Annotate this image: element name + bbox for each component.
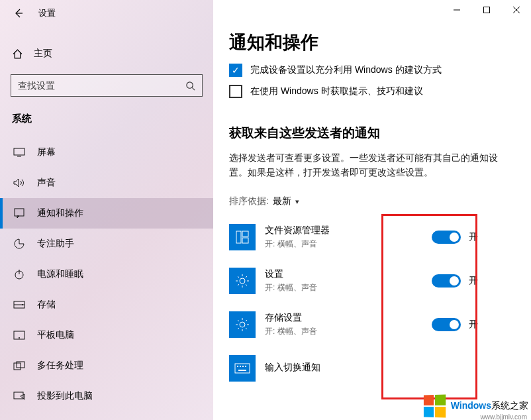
sidebar: 设置 主页 系统 屏幕 声音 通知和操作 专注助手: [0, 0, 213, 420]
svg-rect-13: [14, 363, 21, 370]
sender-sub: 开: 横幅、声音: [265, 282, 432, 293]
search-box[interactable]: [11, 74, 203, 97]
sidebar-item-multitask[interactable]: 多任务处理: [0, 350, 213, 381]
window-title: 设置: [38, 7, 56, 19]
svg-rect-43: [240, 366, 241, 367]
svg-line-39: [246, 320, 247, 321]
sidebar-item-label: 多任务处理: [37, 360, 83, 372]
watermark: Windows系统之家: [423, 395, 528, 417]
svg-line-31: [238, 284, 239, 286]
toggle-label: 开: [469, 275, 478, 287]
sidebar-item-display[interactable]: 屏幕: [0, 137, 213, 168]
svg-rect-42: [237, 366, 238, 367]
notifications-icon: [13, 207, 25, 219]
sender-name: 输入切换通知: [265, 362, 531, 374]
sidebar-item-notifications[interactable]: 通知和操作: [0, 198, 213, 229]
toggle-label: 开: [469, 319, 478, 331]
sort-dropdown[interactable]: 排序依据: 最新 ▾: [229, 195, 531, 207]
explorer-icon: [229, 224, 256, 250]
gear-icon: [229, 311, 256, 338]
focus-icon: [13, 238, 25, 250]
sender-item-input-switch[interactable]: 输入切换通知: [229, 346, 531, 390]
svg-rect-20: [236, 231, 241, 243]
toggle-switch[interactable]: [432, 231, 461, 244]
storage-icon: [13, 299, 25, 311]
svg-point-32: [240, 322, 245, 327]
multitask-icon: [13, 360, 25, 372]
svg-line-40: [238, 328, 239, 329]
windows-logo-icon: [424, 394, 446, 417]
svg-line-2: [192, 87, 195, 90]
main-panel: 通知和操作 ✓ 完成设备设置以充分利用 Windows 的建议方式 在使用 Wi…: [213, 0, 531, 420]
svg-rect-46: [238, 370, 246, 371]
chevron-down-icon: ▾: [295, 197, 299, 206]
sidebar-item-label: 通知和操作: [37, 207, 83, 219]
display-icon: [13, 146, 25, 158]
nav-list: 屏幕 声音 通知和操作 专注助手 电源和睡眠 存储 平板电脑 多任务处理: [0, 137, 213, 411]
sender-sub: 开: 横幅、声音: [265, 238, 432, 250]
tablet-icon: [13, 329, 25, 341]
svg-line-38: [246, 328, 247, 329]
svg-point-1: [187, 81, 193, 87]
sidebar-item-label: 专注助手: [37, 238, 74, 250]
svg-rect-41: [235, 364, 250, 373]
sender-name: 存储设置: [265, 312, 432, 324]
sound-icon: [13, 177, 25, 189]
checkbox-label: 在使用 Windows 时获取提示、技巧和建议: [250, 85, 423, 97]
gear-icon: [229, 268, 256, 294]
senders-description: 选择发送者可查看更多设置。一些发送者还可能有其自己的通知设置。如果是这样，打开发…: [229, 151, 531, 180]
checkbox-icon: ✓: [229, 64, 242, 77]
checkbox-suggest-setup[interactable]: ✓ 完成设备设置以充分利用 Windows 的建议方式: [229, 64, 531, 77]
sidebar-item-storage[interactable]: 存储: [0, 289, 213, 320]
sidebar-item-label: 声音: [37, 177, 56, 189]
sidebar-item-label: 电源和睡眠: [37, 268, 83, 280]
titlebar: 设置: [0, 0, 213, 26]
toggle-switch[interactable]: [432, 274, 461, 288]
toggle-switch[interactable]: [432, 318, 461, 331]
close-button[interactable]: [501, 0, 531, 20]
sender-item-settings[interactable]: 设置 开: 横幅、声音 开: [229, 259, 531, 303]
svg-line-30: [246, 276, 247, 278]
svg-point-12: [19, 337, 20, 339]
home-label: 主页: [34, 48, 52, 60]
sender-item-explorer[interactable]: 文件资源管理器 开: 横幅、声音 开: [229, 215, 531, 259]
page-title: 通知和操作: [229, 30, 531, 54]
sidebar-item-label: 平板电脑: [37, 329, 74, 341]
minimize-button[interactable]: [442, 0, 471, 20]
toggle-label: 开: [469, 231, 478, 243]
svg-line-37: [238, 320, 239, 321]
section-title: 系统: [0, 97, 213, 137]
svg-point-23: [240, 278, 245, 284]
senders-list: 文件资源管理器 开: 横幅、声音 开 设置 开: 横幅、声音 开 存储设置: [229, 215, 531, 390]
svg-line-28: [238, 276, 239, 278]
svg-rect-22: [242, 238, 248, 243]
svg-rect-3: [14, 148, 24, 155]
back-button[interactable]: [5, 0, 32, 26]
sort-label: 排序依据:: [229, 195, 269, 207]
sidebar-item-sound[interactable]: 声音: [0, 168, 213, 198]
project-icon: [13, 390, 25, 402]
sidebar-item-focus[interactable]: 专注助手: [0, 229, 213, 259]
watermark-text: 系统之家: [491, 400, 528, 411]
checkbox-tips[interactable]: 在使用 Windows 时获取提示、技巧和建议: [229, 85, 531, 98]
maximize-button[interactable]: [471, 0, 501, 20]
sender-item-storage[interactable]: 存储设置 开: 横幅、声音 开: [229, 303, 531, 346]
window-controls: [442, 0, 531, 20]
svg-rect-45: [245, 366, 246, 367]
keyboard-icon: [229, 355, 256, 382]
svg-rect-44: [242, 366, 244, 367]
sort-value: 最新: [273, 195, 291, 207]
search-icon: [185, 81, 195, 91]
search-input[interactable]: [18, 80, 185, 91]
sidebar-item-project[interactable]: 投影到此电脑: [0, 381, 213, 411]
svg-rect-17: [483, 7, 489, 13]
sidebar-item-tablet[interactable]: 平板电脑: [0, 320, 213, 350]
sidebar-item-label: 投影到此电脑: [37, 390, 93, 402]
svg-rect-5: [15, 209, 24, 216]
svg-rect-21: [242, 231, 248, 236]
sidebar-item-label: 存储: [37, 299, 56, 311]
home-icon: [12, 48, 23, 60]
sidebar-item-power[interactable]: 电源和睡眠: [0, 259, 213, 289]
watermark-brand: Windows: [451, 400, 491, 411]
home-nav[interactable]: 主页: [0, 41, 213, 66]
